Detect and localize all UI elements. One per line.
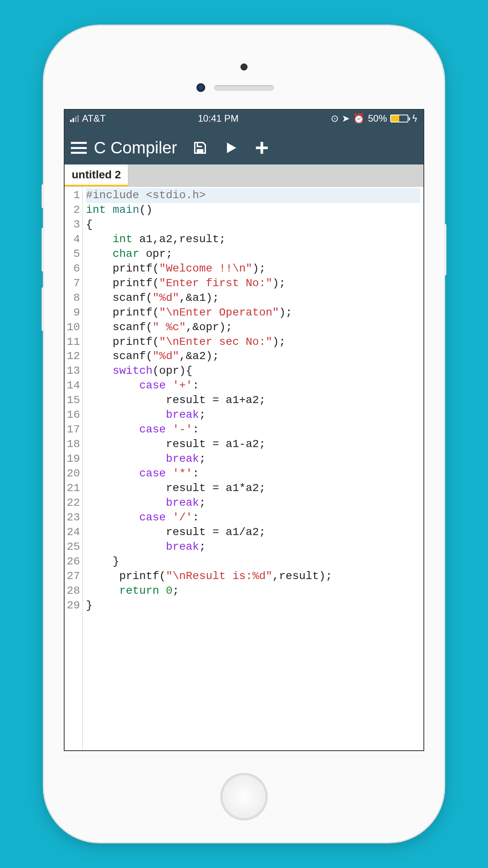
phone-front-camera: [196, 83, 205, 92]
line-number: 9: [65, 306, 80, 320]
code-line[interactable]: case '/':: [86, 510, 420, 525]
line-number: 5: [65, 247, 80, 262]
code-line[interactable]: break;: [86, 408, 420, 423]
save-icon: [192, 140, 208, 156]
code-line[interactable]: }: [86, 598, 420, 613]
code-line[interactable]: scanf("%d",&a1);: [86, 291, 420, 306]
code-line[interactable]: int a1,a2,result;: [86, 232, 420, 247]
home-button[interactable]: [220, 773, 268, 820]
app-header: C Compiler: [65, 127, 423, 164]
line-number: 11: [65, 335, 80, 350]
save-button[interactable]: [192, 140, 208, 156]
line-number: 25: [65, 540, 80, 554]
menu-icon[interactable]: [71, 142, 87, 154]
mute-switch: [42, 184, 44, 208]
line-number: 22: [65, 496, 80, 510]
code-line[interactable]: printf("\nEnter sec No:");: [86, 335, 420, 350]
line-number: 26: [65, 554, 80, 569]
phone-camera: [240, 63, 248, 71]
tab-label: untitled 2: [72, 168, 121, 181]
code-line[interactable]: printf("\nEnter Operaton");: [86, 306, 420, 320]
tab-bar: untitled 2: [65, 164, 423, 187]
line-number: 14: [65, 379, 80, 393]
line-number: 13: [65, 364, 80, 379]
tab-untitled-2[interactable]: untitled 2: [65, 164, 128, 186]
code-line[interactable]: #include <stdio.h>: [86, 188, 420, 203]
line-number: 8: [65, 291, 80, 306]
line-number: 12: [65, 349, 80, 364]
app-title: C Compiler: [94, 138, 177, 157]
line-number: 28: [65, 584, 80, 598]
play-icon: [223, 140, 239, 156]
line-number: 6: [65, 262, 80, 276]
orientation-lock-icon: ⊙: [331, 113, 339, 124]
code-line[interactable]: result = a1+a2;: [86, 393, 420, 408]
code-line[interactable]: }: [86, 554, 420, 569]
location-icon: ➤: [342, 113, 350, 124]
code-line[interactable]: int main(): [86, 203, 420, 218]
add-button[interactable]: [254, 140, 270, 156]
code-line[interactable]: break;: [86, 452, 420, 467]
status-bar: AT&T 10:41 PM ⊙ ➤ ⏰ 50% ϟ: [65, 110, 423, 127]
header-actions: [192, 140, 270, 156]
line-number: 20: [65, 467, 80, 481]
screen: AT&T 10:41 PM ⊙ ➤ ⏰ 50% ϟ C Compiler: [64, 109, 424, 751]
line-number: 16: [65, 408, 80, 423]
code-line[interactable]: case '-':: [86, 423, 420, 437]
line-number: 29: [65, 598, 80, 613]
line-number: 23: [65, 510, 80, 525]
line-number: 19: [65, 452, 80, 467]
code-line[interactable]: break;: [86, 540, 420, 554]
signal-icon: [70, 115, 79, 122]
code-line[interactable]: {: [86, 218, 420, 232]
code-line[interactable]: printf("\nResult is:%d",result);: [86, 569, 420, 584]
code-area[interactable]: #include <stdio.h>int main(){ int a1,a2,…: [83, 187, 423, 750]
code-line[interactable]: scanf("%d",&a2);: [86, 349, 420, 364]
code-line[interactable]: case '+':: [86, 379, 420, 393]
code-editor[interactable]: 1234567891011121314151617181920212223242…: [65, 187, 423, 750]
status-time: 10:41 PM: [106, 113, 331, 124]
power-button: [444, 224, 446, 275]
battery-pct: 50%: [368, 113, 387, 124]
line-number: 3: [65, 218, 80, 232]
line-number: 7: [65, 276, 80, 291]
status-left: AT&T: [70, 113, 106, 124]
plus-icon: [254, 140, 270, 156]
code-line[interactable]: case '*':: [86, 467, 420, 481]
code-line[interactable]: printf("Welcome !!\n");: [86, 262, 420, 276]
line-number: 15: [65, 393, 80, 408]
line-number: 2: [65, 203, 80, 218]
code-line[interactable]: char opr;: [86, 247, 420, 262]
code-line[interactable]: break;: [86, 496, 420, 510]
line-number: 17: [65, 423, 80, 437]
line-number: 27: [65, 569, 80, 584]
phone-speaker: [214, 85, 274, 91]
code-line[interactable]: result = a1*a2;: [86, 481, 420, 496]
run-button[interactable]: [223, 140, 239, 156]
volume-down-button: [42, 287, 44, 331]
line-number: 24: [65, 525, 80, 540]
line-number: 21: [65, 481, 80, 496]
code-line[interactable]: result = a1/a2;: [86, 525, 420, 540]
alarm-icon: ⏰: [353, 113, 365, 124]
volume-up-button: [42, 228, 44, 271]
battery-icon: [390, 115, 408, 122]
line-number: 10: [65, 320, 80, 335]
status-right: ⊙ ➤ ⏰ 50% ϟ: [331, 113, 418, 124]
carrier-label: AT&T: [82, 113, 106, 124]
line-number: 4: [65, 232, 80, 247]
code-line[interactable]: result = a1-a2;: [86, 437, 420, 452]
code-line[interactable]: return 0;: [86, 584, 420, 598]
line-number: 1: [65, 188, 80, 203]
code-line[interactable]: switch(opr){: [86, 364, 420, 379]
code-line[interactable]: printf("Enter first No:");: [86, 276, 420, 291]
phone-frame: AT&T 10:41 PM ⊙ ➤ ⏰ 50% ϟ C Compiler: [44, 26, 444, 842]
charge-icon: ϟ: [412, 113, 418, 124]
code-line[interactable]: scanf(" %c",&opr);: [86, 320, 420, 335]
line-number: 18: [65, 437, 80, 452]
line-gutter: 1234567891011121314151617181920212223242…: [65, 187, 83, 750]
